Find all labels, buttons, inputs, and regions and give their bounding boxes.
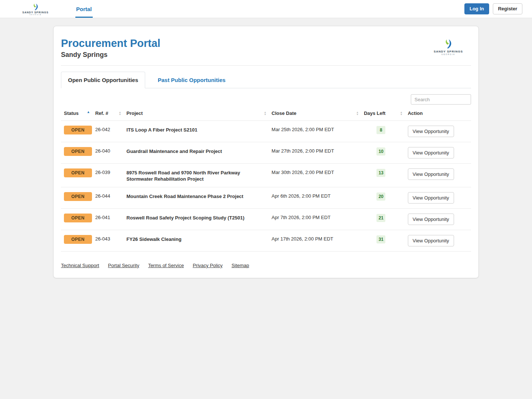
opportunities-table: Status ▲ Ref. # ▲▼ Project ▲▼ bbox=[61, 108, 471, 252]
view-opportunity-button[interactable]: View Opportunity bbox=[408, 192, 454, 204]
table-row: OPEN 26-042 ITS Loop A Fiber Project S21… bbox=[61, 121, 471, 142]
main-nav: Portal bbox=[75, 0, 93, 18]
ref-number: 26-039 bbox=[95, 164, 127, 187]
status-badge: OPEN bbox=[64, 126, 92, 134]
days-left-badge: 21 bbox=[376, 214, 385, 222]
project-name: Roswell Road Safety Project Scoping Stud… bbox=[126, 209, 272, 230]
column-header-days-left[interactable]: Days Left ▲▼ bbox=[364, 108, 408, 121]
ref-number: 26-043 bbox=[95, 230, 127, 252]
view-opportunity-button[interactable]: View Opportunity bbox=[408, 235, 454, 246]
navbar-brand-logo: SANDY SPRINGS GEORGIA bbox=[21, 3, 50, 16]
footer-link-sitemap[interactable]: Sitemap bbox=[232, 263, 249, 268]
column-header-action: Action bbox=[408, 108, 471, 121]
card-brand-logo: SANDY SPRINGS GEORGIA bbox=[434, 38, 463, 55]
page-title: Procurement Portal bbox=[61, 37, 160, 50]
sort-icon[interactable]: ▲▼ bbox=[264, 111, 266, 116]
ref-number: 26-041 bbox=[95, 209, 127, 230]
login-button[interactable]: Log In bbox=[464, 3, 489, 14]
footer-link-terms-of-service[interactable]: Terms of Service bbox=[148, 263, 184, 268]
view-opportunity-button[interactable]: View Opportunity bbox=[408, 214, 454, 225]
close-date: Apr 17th 2026, 2:00 PM EDT bbox=[272, 230, 364, 252]
nav-link-portal[interactable]: Portal bbox=[75, 1, 93, 18]
opportunities-tabs: Open Public Opportunities Past Public Op… bbox=[61, 72, 471, 88]
sandy-springs-logo-icon bbox=[31, 3, 40, 11]
status-badge: OPEN bbox=[64, 147, 92, 156]
footer-link-technical-support[interactable]: Technical Support bbox=[61, 263, 99, 268]
brand-name: SANDY SPRINGS bbox=[434, 50, 463, 53]
close-date: Apr 6th 2026, 2:00 PM EDT bbox=[272, 187, 364, 209]
project-name: 8975 Roswell Road and 9700 North River P… bbox=[126, 164, 272, 187]
view-opportunity-button[interactable]: View Opportunity bbox=[408, 126, 454, 137]
column-header-ref[interactable]: Ref. # ▲▼ bbox=[95, 108, 127, 121]
sandy-springs-logo-icon bbox=[443, 38, 454, 49]
tab-open-public-opportunities[interactable]: Open Public Opportunities bbox=[61, 72, 145, 88]
close-date: Mar 25th 2026, 2:00 PM EDT bbox=[272, 121, 364, 142]
brand-name: SANDY SPRINGS bbox=[23, 11, 49, 14]
column-header-status[interactable]: Status ▲ bbox=[61, 108, 95, 121]
page-subtitle: Sandy Springs bbox=[61, 51, 160, 59]
table-row: OPEN 26-039 8975 Roswell Road and 9700 N… bbox=[61, 164, 471, 187]
project-name: ITS Loop A Fiber Project S2101 bbox=[126, 121, 272, 142]
table-header-row: Status ▲ Ref. # ▲▼ Project ▲▼ bbox=[61, 108, 471, 121]
brand-subtext: GEORGIA bbox=[441, 53, 455, 55]
days-left-badge: 10 bbox=[376, 147, 385, 156]
procurement-portal-card: Procurement Portal Sandy Springs SANDY S… bbox=[53, 26, 479, 278]
header-divider bbox=[61, 65, 471, 66]
days-left-badge: 13 bbox=[376, 169, 385, 177]
search-row bbox=[61, 94, 471, 105]
footer-link-privacy-policy[interactable]: Privacy Policy bbox=[193, 263, 223, 268]
ref-number: 26-044 bbox=[95, 187, 127, 209]
ref-number: 26-042 bbox=[95, 121, 127, 142]
top-navbar: SANDY SPRINGS GEORGIA Portal Log In Regi… bbox=[0, 0, 532, 18]
search-input[interactable] bbox=[411, 94, 471, 105]
close-date: Mar 30th 2026, 2:00 PM EDT bbox=[272, 164, 364, 187]
project-name: Mountain Creek Road Maintenance Phase 2 … bbox=[126, 187, 272, 209]
status-badge: OPEN bbox=[64, 214, 92, 222]
status-badge: OPEN bbox=[64, 192, 92, 201]
days-left-badge: 8 bbox=[376, 126, 385, 134]
view-opportunity-button[interactable]: View Opportunity bbox=[408, 168, 454, 180]
table-row: OPEN 26-040 Guardrail Maintenance and Re… bbox=[61, 142, 471, 164]
navbar-actions: Log In Register bbox=[464, 0, 522, 18]
card-header-titles: Procurement Portal Sandy Springs bbox=[61, 35, 160, 59]
tab-past-public-opportunities[interactable]: Past Public Opportunities bbox=[151, 72, 232, 88]
days-left-badge: 20 bbox=[376, 192, 385, 201]
days-left-badge: 31 bbox=[376, 235, 385, 243]
status-badge: OPEN bbox=[64, 168, 92, 177]
project-name: Guardrail Maintenance and Repair Project bbox=[126, 142, 272, 164]
sort-ascending-icon[interactable]: ▲ bbox=[87, 110, 90, 114]
table-row: OPEN 26-043 FY26 Sidewalk Cleaning Apr 1… bbox=[61, 230, 471, 252]
close-date: Apr 7th 2026, 2:00 PM EDT bbox=[272, 209, 364, 230]
sort-icon[interactable]: ▲▼ bbox=[356, 111, 359, 116]
project-name: FY26 Sidewalk Cleaning bbox=[126, 230, 272, 252]
footer-links: Technical Support Portal Security Terms … bbox=[61, 263, 471, 268]
card-header: Procurement Portal Sandy Springs SANDY S… bbox=[61, 35, 471, 59]
sort-icon[interactable]: ▲▼ bbox=[400, 111, 403, 116]
close-date: Mar 27th 2026, 2:00 PM EDT bbox=[272, 142, 364, 164]
status-badge: OPEN bbox=[64, 235, 92, 244]
register-button[interactable]: Register bbox=[493, 3, 522, 14]
brand-subtext: GEORGIA bbox=[30, 14, 42, 16]
table-row: OPEN 26-044 Mountain Creek Road Maintena… bbox=[61, 187, 471, 209]
ref-number: 26-040 bbox=[95, 142, 127, 164]
column-header-project[interactable]: Project ▲▼ bbox=[126, 108, 272, 121]
footer-link-portal-security[interactable]: Portal Security bbox=[108, 263, 139, 268]
sort-icon[interactable]: ▲▼ bbox=[119, 111, 121, 116]
view-opportunity-button[interactable]: View Opportunity bbox=[408, 147, 454, 158]
table-row: OPEN 26-041 Roswell Road Safety Project … bbox=[61, 209, 471, 230]
column-header-close-date[interactable]: Close Date ▲▼ bbox=[272, 108, 364, 121]
